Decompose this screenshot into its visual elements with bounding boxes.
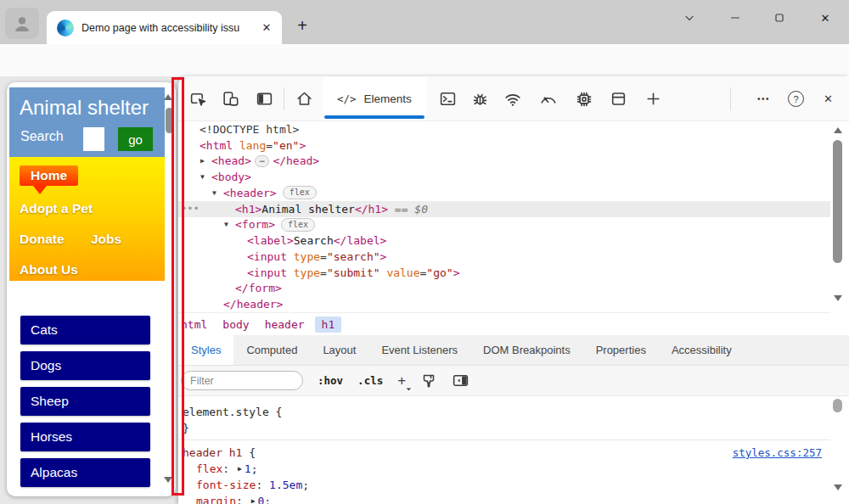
dom-tree-row[interactable]: ▶<head>⋯</head> [178,154,830,170]
css-semicolon: ; [264,495,271,504]
tab-styles[interactable]: Styles [178,335,233,365]
dom-token-dots[interactable]: ⋯ [255,155,269,167]
dom-tree-row[interactable]: <input type="submit" value="go"> [178,265,830,281]
maximize-button[interactable] [767,7,792,29]
focus-mode-button[interactable] [255,89,274,109]
devtools-menu-button[interactable] [754,89,773,109]
new-tab-button[interactable] [291,14,313,36]
devtools-close-button[interactable] [818,89,838,109]
tab-console-button[interactable] [438,89,458,109]
tab-computed[interactable]: Computed [233,335,310,365]
device-emulation-button[interactable] [221,89,240,109]
rendering-button[interactable] [420,372,437,389]
animal-button-cats[interactable]: Cats [20,316,150,344]
dock-panel-icon [256,90,273,108]
welcome-home-button[interactable] [295,89,314,109]
new-style-rule-button[interactable] [397,372,406,389]
webpage-viewport: Animal shelter Search go HomeAdopt a Pet… [7,82,176,496]
nav-link-jobs[interactable]: Jobs [91,232,121,247]
tab-close-icon[interactable] [259,20,274,36]
titlebar: Demo page with accessibility issu [0,0,849,44]
breadcrumb-item-h1[interactable]: h1 [315,316,342,333]
issues-button[interactable] [470,89,490,109]
tab-dom-breakpoints[interactable]: DOM Breakpoints [470,335,583,365]
go-button[interactable]: go [118,127,153,151]
tab-network-button[interactable] [503,89,522,109]
chevron-down-icon [683,11,696,25]
nav-link-donate[interactable]: Donate [20,232,65,247]
tab-application-button[interactable] [609,89,628,109]
inline-style-selector: element.style [183,406,269,418]
more-tabs-button[interactable] [644,89,663,109]
tab-properties[interactable]: Properties [583,335,659,365]
breadcrumb-item-header[interactable]: header [265,318,305,331]
window-close-button[interactable] [812,7,838,29]
animal-button-sheep[interactable]: Sheep [20,387,150,416]
dom-tree-row[interactable]: ▼<form>flex [178,217,830,233]
dom-tree-row[interactable]: </form> [178,281,830,297]
animal-button-dogs[interactable]: Dogs [20,351,150,380]
dom-tree-row[interactable]: ▼<header>flex [178,185,830,201]
css-semicolon: ; [302,479,309,491]
tab-layout[interactable]: Layout [310,335,368,365]
tab-event-listeners[interactable]: Event Listeners [368,335,470,365]
css-rule-header[interactable]: header h1 { styles.css:257 [178,445,830,461]
tab-actions-button[interactable] [677,7,702,29]
toggle-pseudo-state-button[interactable]: :hov [318,374,343,387]
expand-arrow-icon[interactable]: ▼ [224,221,235,228]
dom-scroll-down-icon[interactable] [834,295,842,301]
dom-tree-row[interactable]: ▼<body> [178,169,830,185]
tab-elements[interactable]: </> Elements [323,77,426,120]
expand-arrow-icon[interactable]: ▼ [200,173,211,181]
page-heading: Animal shelter [20,96,149,120]
avatar-icon [12,14,32,34]
dom-scrollbar-thumb[interactable] [833,140,842,263]
nav-link-adopt-a-pet[interactable]: Adopt a Pet [20,201,93,216]
dom-token-tag: </header> [223,298,283,311]
tab-performance-button[interactable] [538,89,558,109]
dom-tree-row[interactable]: <html lang="en"> [178,137,830,154]
minimize-button[interactable] [722,7,748,29]
tab-title: Demo page with accessibility issu [82,22,259,34]
dom-tree-row[interactable]: <!DOCTYPE html> [178,121,830,137]
expand-value-icon[interactable]: ▶ [238,465,242,473]
search-input[interactable] [83,127,104,151]
nav-link-about-us[interactable]: About Us [20,262,78,277]
browser-tab[interactable]: Demo page with accessibility issu [47,11,282,44]
dom-token-badge: flex [281,218,315,232]
styles-filter-bar: :hov .cls [178,366,849,396]
dom-token-attr: type [287,266,320,279]
css-declaration-margin[interactable]: margin: ▶0; [178,493,830,504]
dom-tree-row[interactable]: •••<h1>Animal shelter</h1> == $0 [178,201,830,217]
styles-scroll-down-icon[interactable] [834,484,842,490]
dom-token-tag: <form> [235,218,275,231]
dom-scroll-up-icon[interactable] [834,127,842,133]
css-declaration-flex[interactable]: flex: ▶1; [178,461,830,477]
help-button[interactable] [786,89,806,109]
dom-tree-row[interactable]: <label>Search</label> [178,232,830,249]
stylesheet-source-link[interactable]: styles.css:257 [733,446,822,459]
dom-tree-row[interactable]: </header> [178,296,830,312]
css-colon: : [236,495,250,504]
expand-arrow-icon[interactable]: ▼ [212,189,223,197]
tab-accessibility[interactable]: Accessibility [659,335,745,365]
expand-value-icon[interactable]: ▶ [251,497,256,504]
profile-button[interactable] [5,8,39,39]
styles-scrollbar-thumb[interactable] [833,399,842,412]
tab-memory-button[interactable] [574,89,593,109]
styles-filter-input[interactable] [181,371,303,390]
inspect-element-button[interactable] [188,89,208,109]
css-declaration-font-size[interactable]: font-size: 1.5em; [178,477,830,493]
breadcrumb-item-body[interactable]: body [222,318,249,331]
toggle-class-button[interactable]: .cls [357,374,383,387]
dom-tree-row[interactable]: <input type="search"> [178,249,830,265]
nav-link-home[interactable]: Home [20,165,78,186]
inline-style-rule[interactable]: element.style { [178,404,830,420]
dom-token-text: Search [294,234,334,247]
computed-sidebar-toggle-button[interactable] [452,372,469,389]
paint-brush-icon [420,372,437,389]
animal-button-alpacas[interactable]: Alpacas [20,458,150,487]
animal-button-horses[interactable]: Horses [20,423,150,451]
expand-arrow-icon[interactable]: ▶ [200,157,211,165]
breadcrumb-item-html[interactable]: html [181,318,207,331]
